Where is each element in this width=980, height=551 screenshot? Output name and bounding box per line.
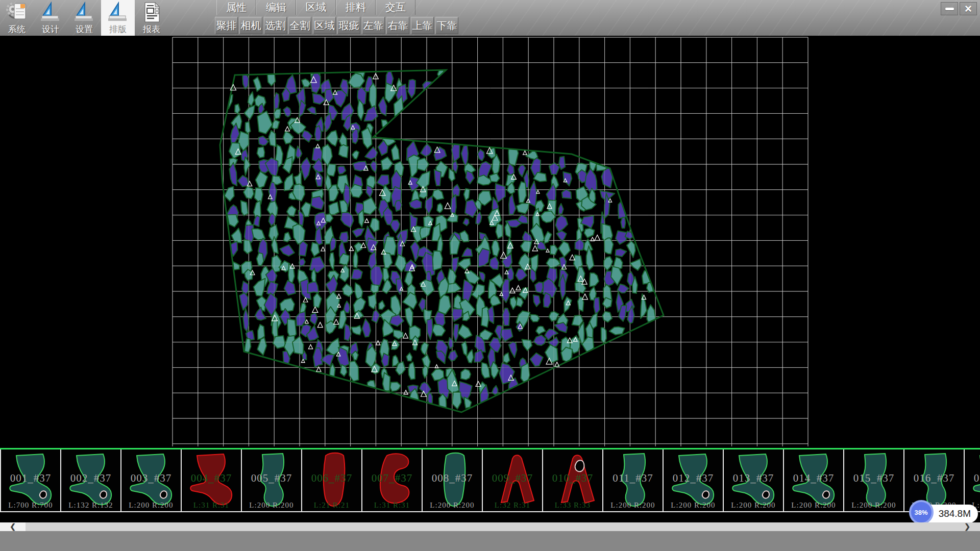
app-button-label: 设计 (34, 23, 67, 35)
thumbnail-cell-7[interactable]: 007_#37L:31 R:31 (362, 449, 423, 511)
piece-sizes: L:700 R:700 (1, 501, 60, 510)
thumbnail-cell-13[interactable]: 013_#37L:200 R:200 (724, 449, 784, 511)
app-button-2[interactable]: 设计 (34, 0, 67, 36)
piece-sizes: L:200 R:200 (121, 501, 181, 510)
app-button-3[interactable]: 设置 (67, 0, 101, 36)
window-controls: ✕ (941, 2, 977, 15)
app-button-5[interactable]: 报表 (135, 0, 168, 36)
piece-sizes: L:31 R:31 (182, 501, 241, 510)
piece-name: 015_#37 (844, 472, 903, 485)
action-button-8[interactable]: 右靠 (386, 17, 409, 34)
action-button-10[interactable]: 下靠 (435, 17, 458, 34)
app-button-1[interactable]: 系统 (0, 0, 34, 36)
piece-sizes: L:200 R:200 (724, 501, 783, 510)
app-button-4[interactable]: 排版 (101, 0, 135, 36)
piece-name: 010_#37 (543, 472, 602, 485)
thumbnail-cell-6[interactable]: 006_#37L:21 R:21 (302, 449, 362, 511)
thumbnail-cell-4[interactable]: 004_#37L:31 R:31 (182, 449, 242, 511)
nesting-icon (106, 2, 130, 23)
action-button-5[interactable]: 区域 (313, 17, 336, 34)
app-button-label: 排版 (101, 23, 135, 35)
piece-sizes: L:200 R:200 (784, 501, 843, 510)
piece-name: 005_#37 (242, 472, 301, 485)
piece-name: 017_#37 (965, 472, 980, 485)
status-bar (0, 531, 980, 551)
menu-item-4[interactable]: 排料 (336, 0, 376, 15)
piece-name: 006_#37 (302, 472, 361, 485)
piece-sizes: L:200 R:200 (844, 501, 903, 510)
app-button-bar: 系统设计设置排版报表 (0, 0, 168, 36)
thumbnail-cell-1[interactable]: 001_#37L:700 R:700 (1, 449, 61, 511)
action-button-3[interactable]: 选割 (264, 17, 287, 34)
action-button-2[interactable]: 相机 (239, 17, 262, 34)
action-button-7[interactable]: 左靠 (362, 17, 385, 34)
action-button-bar: 聚排相机选割全割区域瑕疵左靠右靠上靠下靠 (215, 17, 458, 34)
piece-sizes: L:132 R:132 (61, 501, 120, 510)
design-icon (39, 2, 62, 23)
action-button-6[interactable]: 瑕疵 (337, 17, 360, 34)
piece-sizes: L:31 R:31 (362, 501, 422, 510)
thumbnail-cell-17[interactable]: 017_#37L:200 R:200 (965, 449, 980, 511)
minimize-icon (945, 8, 954, 10)
piece-name: 012_#37 (664, 472, 723, 485)
close-button[interactable]: ✕ (960, 2, 977, 15)
piece-sizes: L:200 R:200 (242, 501, 301, 510)
action-button-9[interactable]: 上靠 (411, 17, 434, 34)
scroll-left-button[interactable]: ❮ (0, 522, 26, 531)
app-button-label: 系统 (0, 23, 34, 35)
thumbnail-cell-12[interactable]: 012_#37L:200 R:200 (664, 449, 724, 511)
menu-item-1[interactable]: 属性 (216, 0, 256, 15)
thumbnail-cell-10[interactable]: 010_#37L:33 R:33 (543, 449, 603, 511)
thumbnail-cell-3[interactable]: 003_#37L:200 R:200 (121, 449, 182, 511)
menu-item-5[interactable]: 交互 (376, 0, 415, 15)
thumbnail-cell-15[interactable]: 015_#37L:200 R:200 (844, 449, 904, 511)
top-toolbar: 系统设计设置排版报表 属性编辑区域排料交互 聚排相机选割全割区域瑕疵左靠右靠上靠… (0, 0, 980, 36)
piece-name: 016_#37 (904, 472, 964, 485)
settings-icon (72, 2, 96, 23)
app-button-label: 设置 (67, 23, 101, 35)
scroll-right-button[interactable]: ❯ (954, 522, 980, 531)
menu-bar: 属性编辑区域排料交互 (216, 0, 415, 15)
piece-sizes: L:21 R:21 (302, 501, 361, 510)
pieces-cells: 001_#37L:700 R:700002_#37L:132 R:132003_… (0, 449, 980, 512)
memory-badge: 38% 384.8M (910, 505, 978, 523)
piece-sizes: L:32 R:31 (483, 501, 542, 510)
thumbnail-cell-8[interactable]: 008_#37L:200 R:200 (423, 449, 483, 511)
thumbnail-cell-11[interactable]: 011_#37L:200 R:200 (603, 449, 664, 511)
memory-value: 384.8M (939, 508, 971, 519)
piece-sizes: L:200 R:200 (603, 501, 663, 510)
minimize-button[interactable] (941, 2, 958, 15)
system-icon (5, 2, 29, 23)
piece-name: 014_#37 (784, 472, 843, 485)
pieces-strip: 001_#37L:700 R:700002_#37L:132 R:132003_… (0, 448, 980, 513)
piece-name: 011_#37 (603, 472, 663, 485)
piece-sizes: L:200 R:200 (664, 501, 723, 510)
thumbnail-cell-14[interactable]: 014_#37L:200 R:200 (784, 449, 844, 511)
app-button-label: 报表 (135, 23, 168, 35)
piece-sizes: L:200 R:200 (423, 501, 482, 510)
action-button-4[interactable]: 全割 (288, 17, 311, 34)
piece-name: 009_#37 (483, 472, 542, 485)
piece-name: 013_#37 (724, 472, 783, 485)
nest-canvas[interactable] (0, 36, 980, 448)
report-icon (140, 2, 163, 23)
close-icon: ✕ (964, 4, 972, 14)
piece-name: 002_#37 (61, 472, 120, 485)
piece-name: 003_#37 (121, 472, 181, 485)
percent-value: 38% (915, 509, 928, 516)
thumbnail-cell-2[interactable]: 002_#37L:132 R:132 (61, 449, 121, 511)
thumbnail-cell-5[interactable]: 005_#37L:200 R:200 (242, 449, 302, 511)
menu-item-3[interactable]: 区域 (296, 0, 336, 15)
horizontal-scrollbar[interactable]: ❮ ❯ (0, 522, 980, 531)
thumbnail-cell-9[interactable]: 009_#37L:32 R:31 (483, 449, 543, 511)
percent-indicator: 38% (909, 500, 934, 524)
piece-name: 007_#37 (362, 472, 422, 485)
piece-sizes: L:33 R:33 (543, 501, 602, 510)
piece-name: 001_#37 (1, 472, 60, 485)
piece-name: 008_#37 (423, 472, 482, 485)
menu-item-2[interactable]: 编辑 (256, 0, 296, 15)
piece-name: 004_#37 (182, 472, 241, 485)
action-button-1[interactable]: 聚排 (215, 17, 238, 34)
